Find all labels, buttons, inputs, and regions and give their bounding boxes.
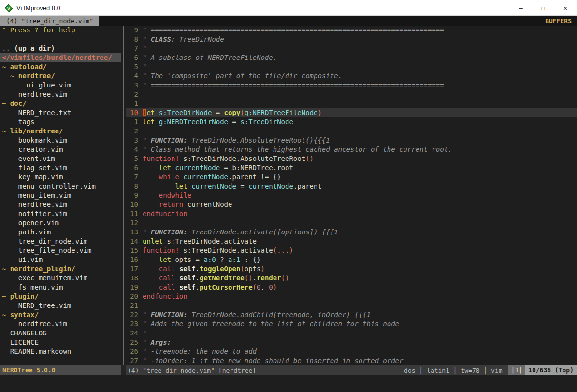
code-line[interactable]: 2 — [126, 90, 577, 99]
close-button[interactable]: ✕ — [554, 0, 577, 15]
code-segment-tx: . — [196, 283, 200, 291]
code-line[interactable]: 7 while currentNode.parent != {} — [126, 173, 577, 182]
tree-row[interactable]: nerdtree.vim — [0, 319, 121, 329]
code-line[interactable]: 2 — [126, 127, 577, 136]
code-line[interactable]: 22" FUNCTION: TreeDirNode.addChild(treen… — [126, 310, 577, 319]
tree-row[interactable]: CHANGELOG — [0, 329, 121, 338]
code-line[interactable]: 1let g:NERDTreeDirNode = s:TreeDirNode — [126, 117, 577, 127]
code-line[interactable]: 12 — [126, 218, 577, 228]
maximize-button[interactable]: □ — [532, 0, 554, 15]
tree-row[interactable] — [0, 35, 121, 44]
tree-row[interactable]: ~ lib/nerdtree/ — [0, 127, 121, 136]
tree-row[interactable]: nerdtree.vim — [0, 90, 121, 99]
line-number: 26 — [126, 347, 138, 356]
tree-row[interactable]: fs_menu.vim — [0, 283, 121, 292]
code-segment-id: currentNode — [183, 173, 228, 181]
code-line[interactable]: 4" Class method that returns the highest… — [126, 145, 577, 154]
code-line[interactable]: 24" — [126, 329, 577, 338]
code-line[interactable]: 27" -inOrder: 1 if the new node should b… — [126, 356, 577, 365]
tree-row[interactable]: ~ doc/ — [0, 99, 121, 108]
code-line[interactable]: 10 return currentNode — [126, 200, 577, 209]
line-number: 7 — [126, 173, 138, 182]
code-line[interactable]: 9" =====================================… — [126, 26, 577, 35]
tree-row[interactable]: LICENCE — [0, 338, 121, 347]
tree-row[interactable]: menu_item.vim — [0, 191, 121, 200]
code-line[interactable]: 11endfunction — [126, 209, 577, 218]
tree-row[interactable]: ~ plugin/ — [0, 292, 121, 301]
tree-row[interactable]: path.vim — [0, 228, 121, 237]
code-line[interactable]: 18 call self.getNerdtree().render() — [126, 274, 577, 283]
code-line[interactable]: 8" CLASS: TreeDirNode — [126, 35, 577, 44]
tree-row[interactable]: menu_controller.vim — [0, 182, 121, 191]
code-line[interactable]: 4" The 'composite' part of the file/dir … — [126, 72, 577, 81]
code-line[interactable]: 3" =====================================… — [126, 81, 577, 90]
window-split-separator[interactable] — [121, 26, 126, 365]
code-line[interactable]: 8 let currentNode = currentNode.parent — [126, 182, 577, 191]
tree-row[interactable]: flag_set.vim — [0, 163, 121, 173]
buffers-label: BUFFERS — [540, 16, 577, 26]
command-line[interactable] — [0, 375, 577, 392]
code-segment-cm: " — [143, 44, 146, 52]
tree-row[interactable]: tree_file_node.vim — [0, 246, 121, 255]
tree-row[interactable]: event.vim — [0, 154, 121, 163]
tree-row[interactable]: ~ nerdtree_plugin/ — [0, 264, 121, 274]
code-line[interactable]: 25" Args: — [126, 338, 577, 347]
tree-row[interactable]: creator.vim — [0, 145, 121, 154]
tree-row[interactable]: tags — [0, 117, 121, 127]
tree-row[interactable]: notifier.vim — [0, 209, 121, 218]
code-segment-fnb: getNerdtree — [200, 274, 245, 282]
code-text: " Class method that returns the highest … — [143, 145, 452, 154]
code-segment-tx — [188, 182, 191, 190]
code-line[interactable]: 13" FUNCTION: TreeDirNode.activate([opti… — [126, 228, 577, 237]
minimize-button[interactable]: — — [510, 0, 532, 15]
code-segment-file: CHANGELOG — [2, 329, 47, 337]
code-line[interactable]: 20endfunction — [126, 292, 577, 301]
tab-tree-dir-node[interactable]: (4) "tree_dir_node.vim" — [0, 16, 99, 26]
code-line-current[interactable]: 10let s:TreeDirNode = copy(g:NERDTreeFil… — [126, 108, 577, 117]
tree-row[interactable]: bookmark.vim — [0, 136, 121, 145]
tree-row[interactable]: ui.vim — [0, 255, 121, 264]
code-line[interactable]: 1 — [126, 99, 577, 108]
tree-row[interactable]: README.markdown — [0, 347, 121, 356]
code-line[interactable]: 7" — [126, 44, 577, 53]
tree-row[interactable]: ~ nerdtree/ — [0, 72, 121, 81]
code-text: " A subclass of NERDTreeFileNode. — [143, 53, 277, 62]
tree-row[interactable]: exec_menuitem.vim — [0, 274, 121, 283]
tree-row[interactable]: key_map.vim — [0, 173, 121, 182]
code-line[interactable]: 6 let currentNode = b:NERDTree.root — [126, 163, 577, 173]
line-number: 21 — [126, 301, 138, 310]
code-line[interactable]: 14unlet s:TreeDirNode.activate — [126, 237, 577, 246]
tree-row[interactable]: ~ syntax/ — [0, 310, 121, 319]
tree-row[interactable]: tree_dir_node.vim — [0, 237, 121, 246]
tree-row[interactable]: NERD_tree.txt — [0, 108, 121, 117]
code-line[interactable]: 5" — [126, 62, 577, 72]
maximize-icon: □ — [542, 5, 545, 11]
code-segment-pr: ( — [240, 265, 244, 273]
code-line[interactable]: 23" Adds the given treenode to the list … — [126, 319, 577, 329]
code-line[interactable]: 26" -treenode: the node to add — [126, 347, 577, 356]
tree-row[interactable]: " Press ? for help — [0, 26, 121, 35]
code-text: " FUNCTION: TreeDirNode.addChild(treenod… — [143, 310, 371, 319]
editor-panel: 9" =====================================… — [126, 26, 577, 365]
tree-row[interactable]: nerdtree.vim — [0, 200, 121, 209]
code-segment-sb: self — [179, 265, 196, 273]
code-line[interactable]: 21 — [126, 301, 577, 310]
tree-root-path[interactable]: </vimfiles/bundle/nerdtree/ — [0, 53, 121, 62]
code-line[interactable]: 9 endwhile — [126, 191, 577, 200]
statusline-window-number: |1| — [508, 365, 525, 375]
tree-row[interactable]: ~ autoload/ — [0, 62, 121, 72]
tree-row[interactable]: ui_glue.vim — [0, 81, 121, 90]
code-line[interactable]: 19 call self.putCursorHere(0, 0) — [126, 283, 577, 292]
code-line[interactable]: 16 let opts = a:0 ? a:1 : {} — [126, 255, 577, 264]
code-line[interactable]: 6" A subclass of NERDTreeFileNode. — [126, 53, 577, 62]
code-line[interactable]: 17 call self.toggleOpen(opts) — [126, 264, 577, 274]
tree-row[interactable] — [0, 356, 121, 365]
tree-row[interactable]: opener.vim — [0, 218, 121, 228]
vim-window: V Vi IMproved 8.0 — □ ✕ (4) "tree_dir_no… — [0, 0, 577, 392]
main-area: " Press ? for help.. (up a dir)</vimfile… — [0, 26, 577, 365]
code-line[interactable]: 5function! s:TreeDirNode.AbsoluteTreeRoo… — [126, 154, 577, 163]
code-line[interactable]: 15function! s:TreeDirNode.activate(...) — [126, 246, 577, 255]
tree-row[interactable]: NERD_tree.vim — [0, 301, 121, 310]
code-line[interactable]: 3" FUNCTION: TreeDirNode.AbsoluteTreeRoo… — [126, 136, 577, 145]
tree-row[interactable]: .. (up a dir) — [0, 44, 121, 53]
